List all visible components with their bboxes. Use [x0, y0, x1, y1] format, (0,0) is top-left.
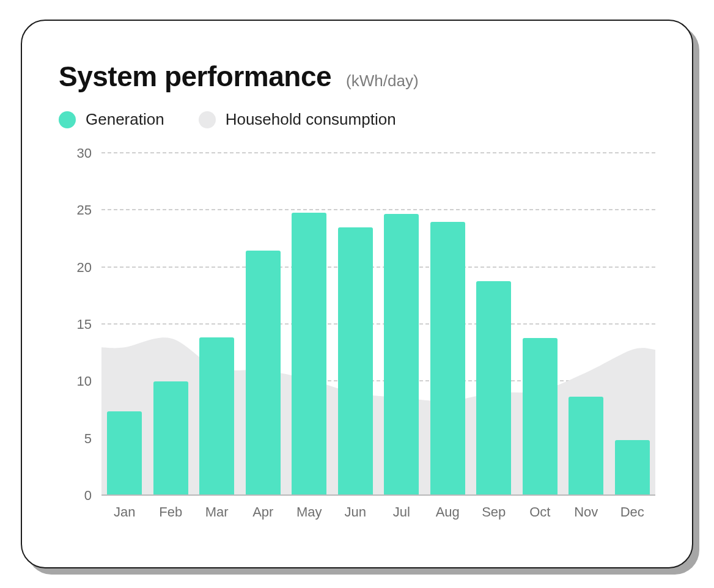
bar-slot — [194, 153, 240, 496]
y-tick-label: 15 — [59, 317, 92, 333]
legend: Generation Household consumption — [59, 110, 655, 129]
bar-generation — [246, 251, 281, 496]
y-tick-label: 25 — [59, 202, 92, 218]
bar-generation — [153, 381, 188, 496]
bar-slot — [517, 153, 564, 496]
card-header: System performance (kWh/day) — [59, 60, 655, 93]
bar-slot — [240, 153, 287, 496]
x-tick-label: Sep — [471, 504, 517, 520]
x-tick-label: Oct — [517, 504, 564, 520]
bar-generation — [615, 440, 650, 496]
x-tick-label: Jun — [333, 504, 379, 520]
bar-generation — [476, 281, 511, 496]
card-title: System performance — [59, 60, 331, 93]
bar-generation — [430, 222, 465, 496]
bar-generation — [199, 337, 234, 496]
bar-slot — [425, 153, 471, 496]
bar-slot — [609, 153, 656, 496]
x-tick-label: Dec — [609, 504, 656, 520]
legend-item-consumption: Household consumption — [199, 110, 396, 129]
bar-slot — [378, 153, 425, 496]
chart: 051015202530 JanFebMarAprMayJunJulAugSep… — [59, 153, 655, 520]
y-tick-label: 0 — [59, 488, 92, 504]
y-tick-label: 5 — [59, 431, 92, 447]
bar-generation — [384, 214, 419, 496]
plot-area — [101, 153, 655, 496]
swatch-consumption-icon — [199, 111, 216, 128]
x-tick-label: Aug — [425, 504, 471, 520]
bar-generation — [523, 338, 558, 496]
performance-card: System performance (kWh/day) Generation … — [21, 20, 693, 568]
x-tick-label: Jul — [378, 504, 425, 520]
bar-slot — [286, 153, 333, 496]
bar-slot — [333, 153, 379, 496]
unit-label: (kWh/day) — [346, 72, 418, 90]
x-tick-label: Mar — [194, 504, 240, 520]
bar-slot — [563, 153, 609, 496]
y-tick-label: 10 — [59, 373, 92, 389]
x-tick-label: May — [286, 504, 333, 520]
y-tick-label: 20 — [59, 260, 92, 276]
legend-item-generation: Generation — [59, 110, 164, 129]
bar-generation — [107, 411, 142, 496]
bars-layer — [101, 153, 655, 496]
x-tick-label: Jan — [101, 504, 148, 520]
x-axis: JanFebMarAprMayJunJulAugSepOctNovDec — [101, 496, 655, 520]
legend-label-generation: Generation — [86, 110, 164, 129]
bar-generation — [569, 397, 603, 496]
x-tick-label: Apr — [240, 504, 287, 520]
legend-label-consumption: Household consumption — [226, 110, 396, 129]
bar-generation — [338, 227, 373, 496]
swatch-generation-icon — [59, 111, 76, 128]
x-tick-label: Nov — [563, 504, 609, 520]
y-tick-label: 30 — [59, 145, 92, 161]
x-tick-label: Feb — [148, 504, 194, 520]
y-axis: 051015202530 — [59, 153, 101, 496]
bar-generation — [292, 213, 326, 496]
bar-slot — [471, 153, 517, 496]
bar-slot — [101, 153, 148, 496]
baseline — [101, 494, 655, 496]
bar-slot — [148, 153, 194, 496]
